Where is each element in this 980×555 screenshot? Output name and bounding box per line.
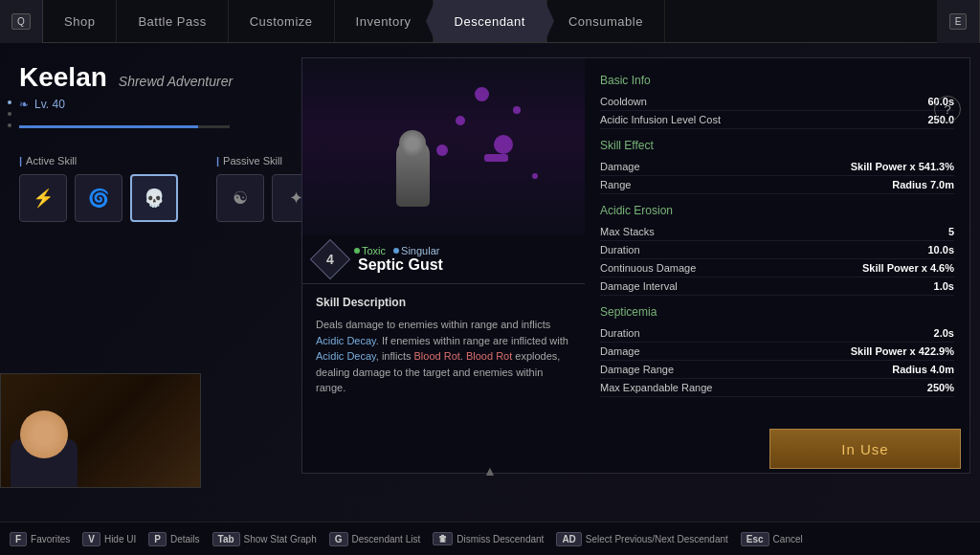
stat-infusion: Acidic Infusion Level Cost 250.0 (600, 111, 954, 129)
sep-duration-value: 2.0s (934, 327, 954, 339)
action-cancel: Cancel (773, 534, 803, 544)
webcam-person-face (20, 411, 68, 458)
level-icon: ❧ (19, 98, 29, 111)
skill-left-panel: 4 Toxic Singular Septic Gust (302, 58, 585, 473)
skill-number: 4 (326, 252, 334, 267)
link-acidic-decay-2: Acidic Decay (316, 350, 376, 362)
link-blood-rot-1: Blood Rot (414, 350, 460, 362)
skill-name: Septic Gust (358, 256, 443, 274)
action-dismiss: Dismiss Descendant (457, 534, 544, 544)
basic-info-title: Basic Info (600, 74, 954, 87)
level-bar (19, 125, 230, 128)
damage-interval-label: Damage Interval (600, 280, 678, 292)
particle-1 (475, 87, 489, 101)
nav-key-left[interactable]: Q (0, 0, 43, 43)
erosion-duration-label: Duration (600, 244, 640, 255)
action-stat-graph: Show Stat Graph (244, 534, 317, 544)
sep-damage-value: Skill Power x 422.9% (851, 345, 954, 357)
action-favorites: Favorites (31, 534, 70, 544)
range-value: Radius 7.0m (892, 179, 954, 190)
level-text: Lv. 40 (34, 98, 65, 111)
help-icon[interactable]: ? (934, 96, 961, 122)
nav-item-inventory[interactable]: Inventory (335, 0, 434, 42)
max-stacks-value: 5 (948, 226, 954, 237)
dot-singular (393, 248, 399, 254)
active-skill-label: Active Skill (19, 155, 178, 166)
scroll-arrow[interactable]: ▲ (483, 463, 497, 478)
damage-label: Damage (600, 161, 640, 172)
bottom-bar: F Favorites V Hide UI P Details Tab Show… (0, 522, 980, 555)
skill-description-section: Skill Description Deals damage to enemie… (302, 284, 585, 408)
key-favorites: F (10, 532, 27, 546)
dot-toxic (354, 248, 360, 254)
stat-sep-damage: Damage Skill Power x 422.9% (600, 343, 954, 361)
top-navigation: Q Shop Battle Pass Customize Inventory D… (0, 0, 980, 43)
nav-item-battle-pass[interactable]: Battle Pass (117, 0, 228, 42)
sep-duration-label: Duration (600, 327, 640, 339)
cont-damage-value: Skill Power x 4.6% (862, 262, 954, 274)
nav-item-descendant[interactable]: Descendant (434, 0, 547, 42)
sep-max-range-value: 250% (927, 382, 954, 393)
nav-items-list: Shop Battle Pass Customize Inventory Des… (43, 0, 937, 42)
stat-erosion-duration: Duration 10.0s (600, 241, 954, 259)
skill-stats-panel: Basic Info Cooldown 60.0s Acidic Infusio… (585, 58, 969, 473)
nav-item-consumable[interactable]: Consumable (547, 0, 665, 42)
skill-icon-1[interactable]: ⚡ (19, 174, 67, 222)
nav-item-shop[interactable]: Shop (43, 0, 117, 42)
key-cancel: Esc (741, 532, 769, 546)
skill-effect-title: Skill Effect (600, 139, 954, 152)
tag-toxic: Toxic (354, 245, 386, 256)
damage-interval-value: 1.0s (934, 280, 954, 292)
sep-damage-label: Damage (600, 345, 640, 357)
character-name-row: Keelan Shrewd Adventurer (19, 62, 278, 93)
skill-icon-passive-1[interactable]: ☯ (216, 174, 264, 222)
action-select-prev-next: Select Previous/Next Descendant (586, 534, 728, 544)
key-select-prev-next: AD (556, 532, 581, 546)
max-stacks-label: Max Stacks (600, 226, 655, 237)
link-acidic-decay-1: Acidic Decay (316, 335, 376, 346)
character-title: Shrewd Adventurer (119, 74, 233, 89)
main-content: Keelan Shrewd Adventurer ❧ Lv. 40 Active… (0, 43, 980, 522)
action-details: Details (170, 534, 200, 544)
character-figure (379, 111, 446, 226)
key-hide-ui: V (82, 532, 100, 546)
key-dismiss: 🗑 (433, 532, 453, 545)
cont-damage-label: Continuous Damage (600, 262, 696, 274)
nav-item-customize[interactable]: Customize (229, 0, 335, 42)
stat-damage-interval: Damage Interval 1.0s (600, 278, 954, 296)
skill-desc-title: Skill Description (316, 296, 571, 309)
nav-key-right[interactable]: E (937, 0, 980, 43)
cooldown-label: Cooldown (600, 96, 647, 107)
stat-cooldown: Cooldown 60.0s (600, 93, 954, 111)
skill-detail-panel: 4 Toxic Singular Septic Gust (301, 57, 970, 474)
webcam-overlay (0, 373, 201, 488)
particle-5 (484, 154, 508, 162)
skill-desc-text: Deals damage to enemies within range and… (316, 317, 571, 396)
key-descendant-list: G (329, 532, 348, 546)
particle-3 (494, 135, 513, 154)
range-label: Range (600, 179, 631, 190)
link-blood-rot-2: Blood Rot (466, 350, 512, 362)
erosion-duration-value: 10.0s (927, 244, 954, 255)
particle-4 (456, 116, 465, 125)
webcam-content (1, 374, 200, 487)
septicemia-title: Septicemia (600, 305, 954, 319)
stat-damage: Damage Skill Power x 541.3% (600, 158, 954, 176)
stat-range: Range Radius 7.0m (600, 176, 954, 194)
skill-icon-3[interactable]: 💀 (130, 174, 178, 222)
damage-value: Skill Power x 541.3% (851, 161, 954, 172)
erosion-title: Acidic Erosion (600, 204, 954, 217)
sep-damage-range-value: Radius 4.0m (892, 364, 954, 375)
sep-damage-range-label: Damage Range (600, 364, 674, 375)
in-use-button[interactable]: In Use (769, 429, 961, 469)
skill-name-row: 4 Toxic Singular Septic Gust (302, 235, 585, 284)
character-name: Keelan (19, 62, 107, 93)
stat-sep-duration: Duration 2.0s (600, 324, 954, 343)
level-bar-fill (19, 125, 198, 128)
particle-6 (532, 173, 538, 179)
tag-singular: Singular (393, 245, 439, 256)
skill-number-diamond: 4 (310, 239, 350, 279)
active-skills-row: ⚡ 🌀 💀 (19, 174, 178, 222)
skill-icon-2[interactable]: 🌀 (75, 174, 122, 222)
left-key-label: Q (11, 13, 31, 30)
